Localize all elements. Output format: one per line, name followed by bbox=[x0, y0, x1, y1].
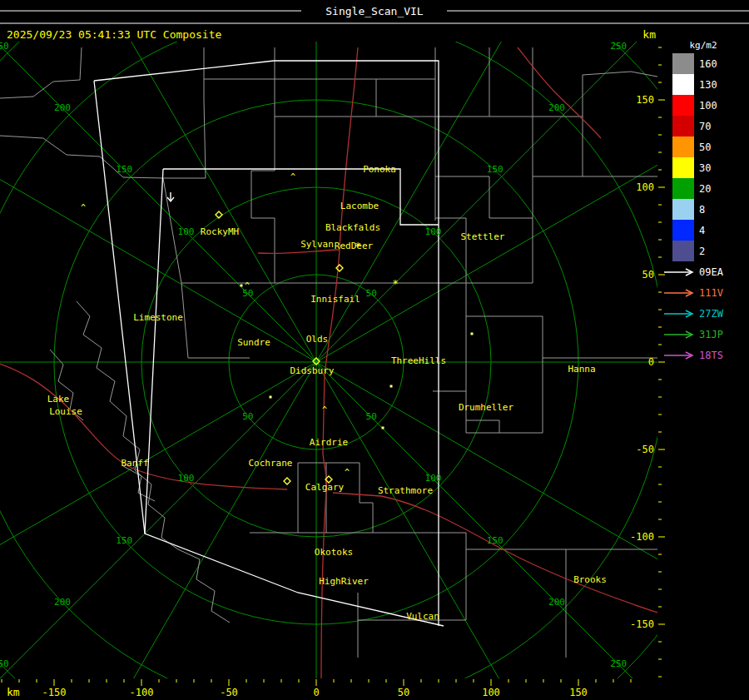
city-label: Brooks bbox=[573, 574, 607, 585]
range-label: 50 bbox=[242, 411, 253, 422]
bottom-axis-label: 100 bbox=[482, 687, 500, 698]
radar-id-label: 18TS bbox=[699, 350, 723, 361]
legend-swatch bbox=[672, 116, 694, 137]
city-label: Strathmore bbox=[378, 485, 433, 496]
right-axis-label: -100 bbox=[630, 531, 654, 543]
radar-viewer-window: Single_Scan_VIL 2025/09/23 05:41:33 UTC … bbox=[0, 0, 749, 700]
legend-value-label: 20 bbox=[699, 183, 711, 195]
city-label: Lacombe bbox=[340, 201, 379, 211]
city-label: Cochrane bbox=[249, 458, 293, 469]
city-label: HighRiver bbox=[319, 576, 369, 587]
city-label: Sundre bbox=[237, 337, 270, 348]
city-label: Calgary bbox=[305, 482, 345, 493]
range-label: 150 bbox=[116, 164, 132, 175]
right-axis-label: -150 bbox=[630, 618, 654, 630]
city-label: Innisfail bbox=[310, 294, 360, 305]
peak-caret-icon: ^ bbox=[345, 468, 350, 477]
city-label: Louise bbox=[49, 406, 82, 417]
city-label: RockyMH bbox=[201, 226, 239, 237]
legend-swatch bbox=[672, 74, 694, 95]
right-axis-label: -50 bbox=[636, 444, 654, 455]
point-dot-icon bbox=[390, 385, 393, 388]
legend-value-label: 70 bbox=[699, 121, 711, 132]
range-label: 250 bbox=[610, 658, 627, 669]
range-label: 250 bbox=[0, 41, 9, 52]
city-label: Limestone bbox=[133, 312, 183, 323]
right-axis-label: 0 bbox=[648, 356, 654, 368]
legend-swatch bbox=[672, 178, 694, 199]
legend-value-label: 8 bbox=[699, 204, 705, 216]
city-label: Ponoka bbox=[363, 164, 396, 175]
range-label: 50 bbox=[366, 288, 377, 299]
right-axis-label: 50 bbox=[642, 269, 654, 280]
range-label: 150 bbox=[116, 535, 132, 546]
city-label: RedDeer bbox=[335, 241, 374, 251]
range-label: 200 bbox=[548, 102, 565, 113]
range-label: 150 bbox=[487, 535, 503, 546]
point-dot-icon bbox=[471, 333, 474, 335]
range-label: 200 bbox=[54, 597, 71, 608]
legend-value-label: 50 bbox=[699, 141, 711, 153]
peak-caret-icon: ^ bbox=[245, 281, 250, 290]
radar-display: Single_Scan_VIL 2025/09/23 05:41:33 UTC … bbox=[0, 0, 749, 700]
range-label: 200 bbox=[548, 597, 565, 608]
city-label: Didsbury bbox=[290, 365, 335, 376]
radar-id-label: 09EA bbox=[699, 266, 724, 278]
legend-value-label: 160 bbox=[699, 58, 717, 70]
city-label: Sylvan bbox=[300, 239, 334, 250]
point-dot-icon bbox=[241, 285, 243, 287]
legend-swatch bbox=[672, 199, 694, 220]
right-axis-label: 150 bbox=[636, 94, 654, 106]
legend-value-label: 30 bbox=[699, 162, 711, 174]
range-label: 100 bbox=[178, 226, 195, 237]
range-label: 200 bbox=[54, 102, 71, 113]
city-label: Lake bbox=[47, 394, 70, 405]
window-title: Single_Scan_VIL bbox=[325, 5, 424, 17]
point-dot-icon bbox=[270, 396, 272, 399]
legend-swatch bbox=[672, 157, 694, 178]
city-label: Airdrie bbox=[310, 437, 348, 448]
range-label: 100 bbox=[425, 473, 442, 484]
peak-caret-icon: ^ bbox=[322, 405, 327, 415]
legend-unit-label: kg/m2 bbox=[689, 40, 717, 51]
city-label: Stettler bbox=[461, 231, 505, 242]
range-label: 100 bbox=[178, 473, 195, 484]
radar-id-label: 111V bbox=[699, 287, 723, 299]
right-axis-label: 100 bbox=[636, 181, 654, 193]
legend-swatch bbox=[672, 241, 694, 261]
range-label: 250 bbox=[610, 41, 627, 52]
bottom-axis-label: 0 bbox=[313, 687, 319, 698]
city-label: Okotoks bbox=[315, 547, 353, 558]
range-label: 100 bbox=[425, 226, 442, 237]
range-label: 150 bbox=[487, 164, 503, 175]
bottom-axis-label: -50 bbox=[220, 687, 238, 698]
range-label: 250 bbox=[0, 658, 9, 669]
legend-swatch bbox=[672, 53, 694, 74]
city-label: Hanna bbox=[568, 364, 595, 375]
peak-caret-icon: ^ bbox=[290, 172, 295, 181]
legend-swatch bbox=[672, 220, 694, 241]
city-label: Vulcan bbox=[406, 611, 439, 622]
city-label: ThreeHills bbox=[391, 355, 446, 366]
city-label: Olds bbox=[306, 334, 329, 345]
legend-swatch bbox=[672, 137, 694, 157]
asterisk-icon: * bbox=[392, 278, 398, 290]
point-dot-icon bbox=[382, 427, 384, 429]
bottom-axis-label: -150 bbox=[42, 687, 67, 698]
bottom-axis-label: 150 bbox=[569, 687, 588, 698]
legend-swatch bbox=[672, 95, 694, 116]
timestamp-label: 2025/09/23 05:41:33 UTC Composite bbox=[7, 28, 221, 41]
city-label: Blackfalds bbox=[325, 222, 380, 233]
city-label: Banff bbox=[121, 458, 148, 469]
legend-value-label: 130 bbox=[699, 79, 717, 91]
legend-value-label: 2 bbox=[699, 246, 705, 257]
bottom-axis-label: 50 bbox=[398, 687, 409, 698]
bottom-axis-unit-label: km bbox=[7, 686, 20, 698]
radar-id-label: 31JP bbox=[699, 329, 723, 340]
radar-id-label: 27ZW bbox=[699, 308, 724, 320]
legend-value-label: 4 bbox=[699, 225, 705, 236]
city-label: Drumheller bbox=[459, 402, 514, 413]
range-label: 50 bbox=[366, 411, 377, 422]
peak-caret-icon: ^ bbox=[81, 203, 86, 212]
legend-value-label: 100 bbox=[699, 100, 717, 112]
